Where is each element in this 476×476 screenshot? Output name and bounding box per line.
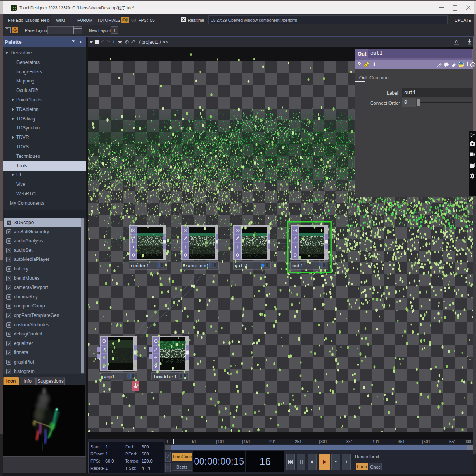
svg-text:out1: out1 [292, 264, 303, 268]
svg-text:render1: render1 [131, 264, 149, 268]
svg-text:lumablur1: lumablur1 [153, 375, 177, 379]
svg-text:transform1: transform1 [183, 264, 209, 268]
svg-text:ramp1: ramp1 [101, 375, 114, 379]
